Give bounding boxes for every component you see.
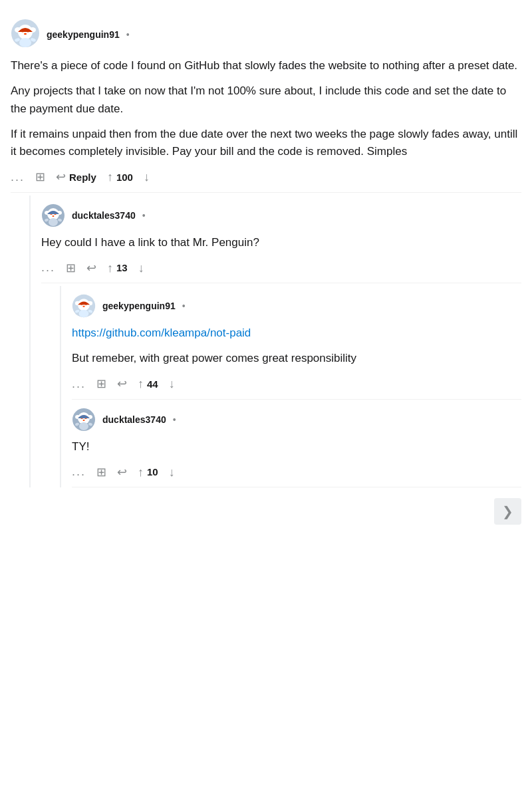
more-button-3[interactable]: ... [72,377,86,391]
dot-4: • [173,414,176,425]
avatar-geeky2 [72,294,96,318]
comment-header-1: geekypenguin91 • [11,19,521,51]
action-bar-2: ... ⊞ ↩ ↑ 13 ↓ [41,261,521,275]
action-bar-1: ... ⊞ ↩ Reply ↑ 100 ↓ [11,170,521,184]
upvote-button-4[interactable]: ↑ 10 [138,466,158,478]
comment-text-4: TY! [72,438,521,456]
reply-button-2[interactable]: ↩ [86,262,96,274]
more-button-1[interactable]: ... [11,170,25,184]
upvote-icon-3: ↑ [138,378,144,390]
vote-count-3: 44 [147,378,158,390]
action-bar-3: ... ⊞ ↩ ↑ 44 ↓ [72,377,521,391]
svg-point-20 [52,203,55,206]
svg-point-8 [24,20,27,23]
svg-point-32 [82,295,84,297]
svg-point-33 [79,310,89,317]
more-button-4[interactable]: ... [72,465,86,479]
avatar-container-1 [11,19,40,51]
svg-point-30 [82,306,84,307]
comment-paragraph-3-1: But remeber, with great power comes grea… [72,350,521,367]
save-button-2[interactable]: ⊞ [66,262,76,274]
upvote-button-3[interactable]: ↑ 44 [138,378,158,390]
upvote-icon-2: ↑ [107,262,113,274]
avatar-duck2 [72,408,96,432]
chevron-down-icon: ❯ [502,504,513,519]
dot-3: • [182,301,186,311]
comment-header-2: ducktales3740 • [41,203,521,227]
upvote-icon-4: ↑ [138,466,144,478]
upvote-icon-1: ↑ [107,171,113,183]
comment-2: ducktales3740 • Hey could I have a link … [41,196,521,283]
avatar-container-4 [72,408,96,432]
reply-button-1[interactable]: ↩ Reply [56,171,96,183]
svg-point-21 [49,218,58,226]
downvote-icon-2: ↓ [138,262,144,274]
comment-text-1: There's a piece of code I found on GitHu… [11,57,521,161]
svg-point-44 [82,408,85,410]
comment-paragraph-4-1: TY! [72,438,521,456]
comment-4: ducktales3740 • TY! ... ⊞ ↩ ↑ 10 [72,400,521,487]
avatar-duck1 [41,203,65,227]
downvote-button-3[interactable]: ↓ [169,378,175,390]
scroll-down-button[interactable]: ❯ [494,498,521,525]
avatar-geeky1 [11,19,40,48]
reply-icon-3: ↩ [117,378,127,390]
reply-label-1: Reply [69,172,96,183]
dot-1: • [126,29,130,40]
avatar-container-3 [72,294,96,318]
save-button-4[interactable]: ⊞ [96,466,106,478]
comment-thread-2: ducktales3740 • Hey could I have a link … [29,196,521,487]
more-button-2[interactable]: ... [41,261,55,275]
svg-point-18 [53,215,55,217]
comment-header-4: ducktales3740 • [72,408,521,432]
svg-point-45 [79,422,88,430]
username-2: ducktales3740 [72,210,136,221]
svg-point-42 [83,420,85,421]
downvote-icon-1: ↓ [144,171,150,183]
reply-icon-4: ↩ [117,466,127,478]
vote-count-4: 10 [147,466,158,477]
reply-button-3[interactable]: ↩ [117,378,127,390]
comment-header-3: geekypenguin91 • [72,294,521,318]
action-bar-4: ... ⊞ ↩ ↑ 10 ↓ [72,465,521,479]
comment-1: geekypenguin91 • There's a piece of code… [11,11,521,193]
dot-2: • [142,210,146,221]
save-icon-1: ⊞ [35,171,45,183]
username-3: geekypenguin91 [102,301,176,311]
comment-paragraph-1-1: There's a piece of code I found on GitHu… [11,57,521,74]
save-icon-4: ⊞ [96,466,106,478]
upvote-button-1[interactable]: ↑ 100 [107,171,133,183]
save-icon-3: ⊞ [96,378,106,390]
comment-text-2: Hey could I have a link to that Mr. Peng… [41,234,521,251]
comment-thread-3: geekypenguin91 • https://github.com/klea… [60,286,521,487]
username-1: geekypenguin91 [47,29,120,40]
comment-text-3: https://github.com/kleampa/not-paid But … [72,325,521,368]
save-button-3[interactable]: ⊞ [96,378,106,390]
downvote-button-4[interactable]: ↓ [169,466,175,478]
username-4: ducktales3740 [102,414,166,425]
comment-paragraph-1-2: Any projects that I take on now that I'm… [11,82,521,118]
svg-point-9 [19,38,31,47]
github-link[interactable]: https://github.com/kleampa/not-paid [72,327,251,339]
save-button-1[interactable]: ⊞ [35,171,45,183]
downvote-icon-4: ↓ [169,466,175,478]
save-icon-2: ⊞ [66,262,76,274]
reply-button-4[interactable]: ↩ [117,466,127,478]
svg-point-6 [24,33,27,35]
downvote-button-2[interactable]: ↓ [138,262,144,274]
downvote-button-1[interactable]: ↓ [144,171,150,183]
downvote-icon-3: ↓ [169,378,175,390]
reply-icon-1: ↩ [56,171,66,183]
comment-paragraph-1-3: If it remains unpaid then from the due d… [11,126,521,161]
comment-paragraph-2-1: Hey could I have a link to that Mr. Peng… [41,234,521,251]
upvote-button-2[interactable]: ↑ 13 [107,262,128,274]
reply-icon-2: ↩ [86,262,96,274]
comment-3: geekypenguin91 • https://github.com/klea… [72,286,521,400]
avatar-container-2 [41,203,65,227]
vote-count-1: 100 [116,172,133,183]
vote-count-2: 13 [116,262,128,273]
